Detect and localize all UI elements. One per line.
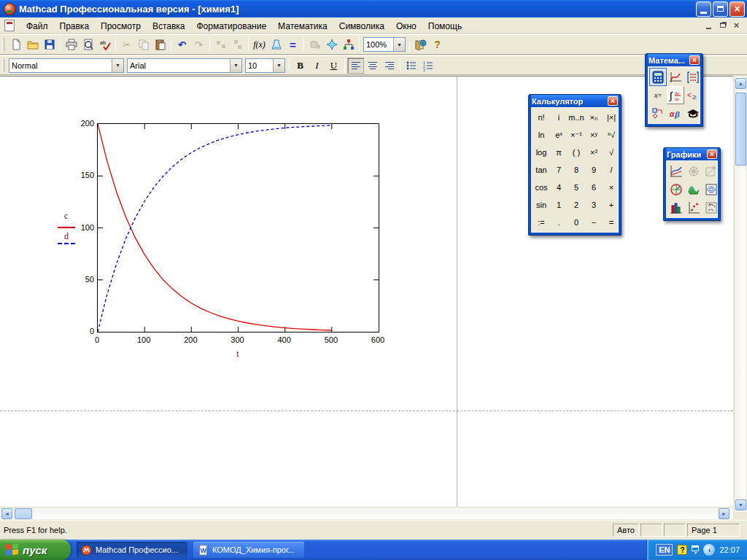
menu-Просмотр[interactable]: Просмотр [95, 20, 147, 33]
taskbar-item-mathcad[interactable]: Mathcad Профессио... [77, 542, 187, 558]
worksheet-area[interactable]: 0501001502000100200300400500600 t c d [0, 76, 733, 507]
font-combo[interactable]: Arial ▼ [127, 58, 242, 73]
calculator-key[interactable]: ×² [585, 144, 603, 161]
menu-Правка[interactable]: Правка [54, 20, 96, 33]
calculator-key[interactable]: ×⁻¹ [568, 126, 585, 144]
symbolic-toolbar-button[interactable] [684, 104, 702, 122]
scatter-plot-button[interactable] [685, 198, 703, 217]
menu-Форматирование[interactable]: Форматирование [190, 20, 272, 33]
align-left-button[interactable] [347, 58, 364, 74]
redo-button[interactable]: ↷ [190, 36, 207, 52]
align-down-button[interactable] [229, 36, 246, 52]
mathcad-app-icon[interactable] [4, 3, 16, 15]
numbered-list-button[interactable]: 123 [419, 58, 436, 74]
calculator-key[interactable]: |×| [603, 109, 620, 126]
new-document-button[interactable] [7, 36, 24, 52]
vertical-scrollbar[interactable]: ▲ ▼ [734, 77, 746, 512]
tray-window-icon[interactable]: ▾ [692, 545, 699, 555]
calculus-toolbar-button[interactable]: ∫dydx [667, 86, 684, 104]
vector-field-plot-button[interactable]: ↘ [703, 198, 720, 217]
contour-plot-button[interactable] [703, 180, 720, 198]
toolbar-grip[interactable] [2, 59, 4, 72]
calculator-key[interactable]: ln [533, 126, 550, 144]
style-combo[interactable]: Normal ▼ [9, 58, 124, 73]
zoom-combo[interactable]: 100% ▼ [363, 37, 406, 52]
insert-unit-button[interactable] [268, 36, 285, 52]
cut-button[interactable]: ✂ [118, 36, 135, 52]
calculator-key[interactable]: 1 [550, 196, 568, 214]
calculator-key[interactable]: π [550, 144, 568, 161]
evaluate-button[interactable]: = [285, 36, 301, 52]
print-preview-button[interactable] [80, 36, 96, 52]
component-wizard-button[interactable] [306, 36, 323, 52]
doc-minimize-button[interactable] [703, 20, 715, 31]
calculator-key[interactable]: sin [533, 196, 550, 214]
boolean-toolbar-button[interactable]: <≥ [684, 86, 702, 104]
document-icon[interactable] [4, 20, 15, 31]
polar-chart-button[interactable] [667, 180, 685, 198]
vertical-scroll-thumb[interactable] [735, 93, 746, 166]
start-button[interactable]: пуск [0, 540, 71, 560]
calculator-key[interactable]: / [603, 161, 620, 179]
data-hierarchy-button[interactable] [340, 36, 357, 52]
size-combo[interactable]: 10 ▼ [245, 58, 285, 73]
calculator-key[interactable]: 3 [585, 196, 603, 214]
open-button[interactable] [24, 36, 41, 52]
italic-button[interactable]: I [309, 58, 325, 74]
calculator-key[interactable]: log [533, 144, 550, 161]
calculator-key[interactable]: i [550, 109, 568, 126]
align-right-button[interactable] [381, 58, 398, 74]
restore-button[interactable] [713, 1, 728, 17]
programming-toolbar-button[interactable] [649, 104, 667, 122]
greek-toolbar-button[interactable]: αβ [667, 104, 684, 122]
calculator-key[interactable]: 8 [568, 161, 585, 179]
calculator-key[interactable]: eˣ [550, 126, 568, 144]
spell-check-button[interactable]: ab [96, 36, 113, 52]
bold-button[interactable]: B [292, 58, 309, 74]
menu-Математика[interactable]: Математика [272, 20, 333, 33]
insert-component-button[interactable] [323, 36, 340, 52]
calculator-key[interactable]: + [603, 196, 620, 214]
doc-close-button[interactable]: × [730, 20, 743, 31]
chevron-down-icon[interactable]: ▼ [230, 59, 241, 72]
print-button[interactable] [63, 36, 80, 52]
zoom-plot-button-disabled[interactable] [703, 162, 720, 180]
evaluation-toolbar-button[interactable]: x= [649, 86, 667, 104]
resource-center-button[interactable] [412, 36, 429, 52]
save-button[interactable] [41, 36, 58, 52]
help-button[interactable]: ? [429, 36, 446, 52]
calculator-key[interactable]: ⁿ√ [603, 126, 620, 144]
undo-button[interactable]: ↶ [174, 36, 190, 52]
calculator-key[interactable]: 2 [568, 196, 585, 214]
calculator-key[interactable]: n! [533, 109, 550, 126]
calculator-key[interactable]: . [550, 214, 568, 231]
scroll-down-icon[interactable]: ▼ [735, 499, 746, 510]
calculator-key[interactable]: m..n [568, 109, 585, 126]
horizontal-scroll-thumb[interactable] [15, 508, 32, 519]
3d-bar-plot-button[interactable] [667, 198, 685, 217]
horizontal-scrollbar[interactable]: ◄ ► [0, 507, 733, 519]
calculator-key[interactable]: 0 [568, 214, 585, 231]
chevron-down-icon[interactable]: ▼ [273, 59, 285, 72]
calculator-key[interactable]: 4 [550, 179, 568, 196]
calculator-key[interactable]: × [603, 179, 620, 196]
graph-toolbar-button[interactable] [667, 68, 684, 86]
menu-Символика[interactable]: Символика [333, 20, 390, 33]
align-across-button[interactable] [212, 36, 229, 52]
calculator-key[interactable]: √ [603, 144, 620, 161]
question-tray-icon[interactable]: ? [677, 545, 687, 555]
polar-plot-button-disabled[interactable] [685, 162, 703, 180]
matrix-toolbar-button[interactable] [684, 68, 702, 86]
underline-button[interactable]: U [325, 58, 342, 74]
doc-restore-button[interactable] [716, 20, 729, 31]
paste-button[interactable] [152, 36, 169, 52]
calculator-key[interactable]: ×ₙ [585, 109, 603, 126]
plot-region[interactable] [97, 123, 379, 332]
scroll-left-icon[interactable]: ◄ [1, 508, 12, 519]
calculator-toolbar-button[interactable] [649, 68, 667, 86]
menu-Вставка[interactable]: Вставка [147, 20, 191, 33]
menu-Помощь[interactable]: Помощь [422, 20, 468, 33]
calculator-key[interactable]: ( ) [568, 144, 585, 161]
calculator-key[interactable]: cos [533, 179, 550, 196]
close-icon[interactable]: × [689, 55, 700, 65]
